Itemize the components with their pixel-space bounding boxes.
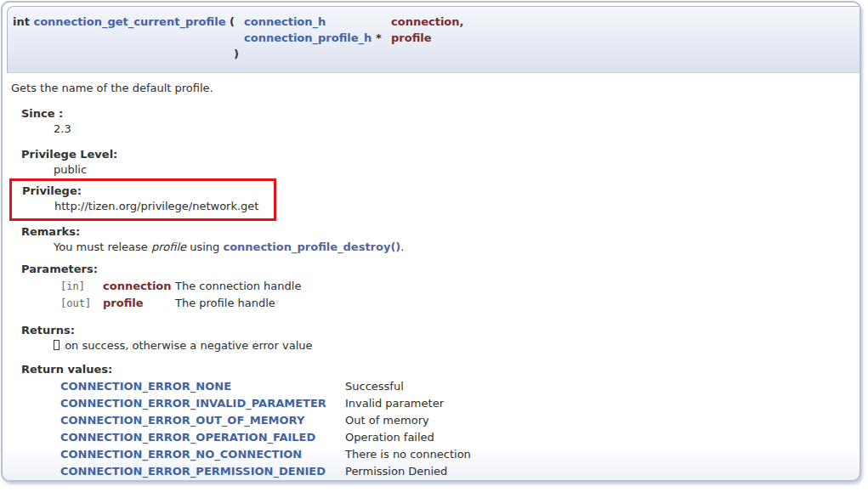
return-values-label: Return values:	[21, 363, 849, 376]
remarks-text-before: You must release	[54, 240, 151, 253]
param-name: profile	[391, 31, 432, 44]
open-paren: (	[230, 15, 235, 28]
error-description: Successful	[345, 378, 849, 395]
function-signature: int connection_get_current_profile ( con…	[7, 6, 859, 73]
param-name: connection,	[391, 15, 463, 28]
returns-text: on success, otherwise a negative error v…	[61, 339, 313, 352]
table-row-cell: CONNECTION_ERROR_INVALID_PARAMETER	[60, 395, 345, 412]
table-row-cell: CONNECTION_ERROR_NONE	[60, 378, 345, 395]
function-name-link[interactable]: connection_get_current_profile	[33, 15, 225, 28]
remarks-emphasis-profile: profile	[151, 240, 186, 253]
table-row-cell: CONNECTION_ERROR_OUT_OF_MEMORY	[60, 412, 345, 429]
signature-name-cell: int connection_get_current_profile (	[13, 14, 244, 30]
privilege-level-value: public	[54, 163, 849, 177]
close-paren: )	[234, 48, 239, 60]
table-row-cell: CONNECTION_ERROR_OPERATION_FAILED	[60, 429, 345, 446]
error-code-link[interactable]: CONNECTION_ERROR_NONE	[60, 380, 231, 393]
signature-empty-cell	[244, 46, 391, 62]
privilege-level-label: Privilege Level:	[21, 148, 849, 161]
error-code-link[interactable]: CONNECTION_ERROR_OPERATION_FAILED	[60, 431, 315, 444]
error-code-link[interactable]: CONNECTION_ERROR_PERMISSION_DENIED	[60, 465, 326, 478]
param-name-cell: connection,	[391, 14, 851, 30]
table-row-cell: CONNECTION_ERROR_NO_CONNECTION	[60, 446, 345, 463]
param-direction: [out]	[60, 295, 103, 312]
error-description: Permission Denied	[345, 463, 849, 480]
remarks-text-after: .	[400, 240, 404, 253]
since-label: Since :	[21, 107, 849, 121]
parameters-table: [in] connection The connection handle [o…	[60, 278, 849, 312]
error-code-link[interactable]: CONNECTION_ERROR_NO_CONNECTION	[60, 448, 302, 461]
function-doc-panel: int connection_get_current_profile ( con…	[1, 1, 861, 482]
close-paren-cell: )	[13, 46, 244, 62]
remarks-label: Remarks:	[21, 225, 849, 239]
returns-zero-glyph: 0	[54, 340, 60, 350]
signature-table: int connection_get_current_profile ( con…	[13, 14, 851, 62]
privilege-label: Privilege:	[22, 184, 258, 198]
privilege-value: http://tizen.org/privilege/network.get	[54, 200, 258, 213]
param-type-link-connection-profile-h[interactable]: connection_profile_h	[244, 31, 372, 44]
return-values-table: CONNECTION_ERROR_NONE Successful CONNECT…	[60, 378, 849, 480]
connection-profile-destroy-link[interactable]: connection_profile_destroy()	[223, 240, 400, 253]
table-row-cell: CONNECTION_ERROR_PERMISSION_DENIED	[60, 463, 345, 480]
error-code-link[interactable]: CONNECTION_ERROR_INVALID_PARAMETER	[60, 397, 326, 410]
remarks-text: You must release profile using connectio…	[54, 240, 849, 254]
param-name: profile	[103, 295, 175, 312]
error-description: Operation failed	[345, 429, 849, 446]
function-brief-description: Gets the name of the default profile.	[11, 82, 849, 95]
param-type-cell: connection_profile_h *	[244, 30, 391, 46]
error-description: There is no connection	[345, 446, 849, 463]
error-code-link[interactable]: CONNECTION_ERROR_OUT_OF_MEMORY	[60, 414, 304, 427]
param-description: The connection handle	[175, 278, 849, 295]
param-description: The profile handle	[175, 295, 849, 312]
param-type-cell: connection_h	[244, 14, 391, 30]
param-type-link-connection-h[interactable]: connection_h	[244, 15, 326, 28]
error-description: Out of memory	[345, 412, 849, 429]
parameters-label: Parameters:	[21, 263, 849, 276]
param-direction: [in]	[60, 278, 103, 295]
returns-label: Returns:	[21, 324, 849, 337]
signature-empty-cell	[13, 30, 244, 46]
returns-value: 0 on success, otherwise a negative error…	[54, 339, 849, 353]
function-doc-body: Gets the name of the default profile. Si…	[3, 73, 859, 480]
signature-empty-cell	[391, 46, 851, 62]
pointer-symbol: *	[376, 31, 382, 44]
remarks-text-middle: using	[186, 240, 223, 253]
since-value: 2.3	[54, 122, 849, 136]
return-type: int	[13, 15, 30, 28]
error-description: Invalid parameter	[345, 395, 849, 412]
param-name-cell: profile	[391, 30, 851, 46]
privilege-highlight-box: Privilege: http://tizen.org/privilege/ne…	[9, 178, 276, 221]
param-name: connection	[103, 278, 175, 295]
